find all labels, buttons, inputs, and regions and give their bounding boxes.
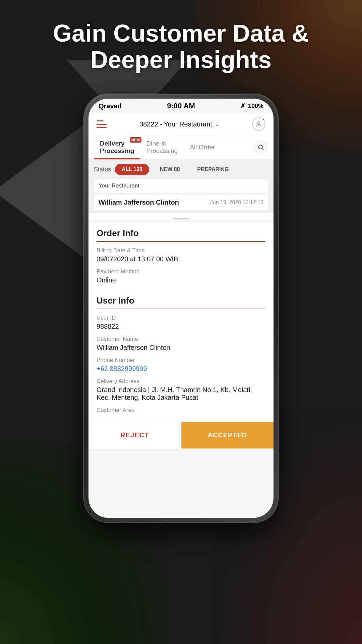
phone-number-label: Phone Number <box>97 357 265 364</box>
tab-all-order[interactable]: All Order <box>184 139 221 156</box>
hamburger-menu-button[interactable] <box>97 120 107 128</box>
order-detail-panel: Order Info Billing Date & Time 09/072020… <box>88 222 274 422</box>
tab-dine-in-processing[interactable]: Dine-inProcessing <box>140 135 184 159</box>
phone-outer-frame: Qraved 9:00 AM ✗ 100% 38222 - Your Resta… <box>84 94 278 523</box>
svg-line-2 <box>262 149 264 150</box>
headline-line2: Deeper Insights <box>90 46 272 73</box>
status-filter-label: Status <box>94 166 111 173</box>
tab-bar: NEW DeliveryProcessing Dine-inProcessing… <box>88 135 274 160</box>
customer-name-value: William Jafferson Clinton <box>97 344 265 352</box>
order-time: Jun 19, 2020 12:12:12 <box>210 200 263 206</box>
carrier-label: Qraved <box>99 102 122 110</box>
payment-method-value: Online <box>97 276 265 284</box>
billing-date-value: 09/072020 at 13:07:00 WIB <box>97 255 265 263</box>
avatar-dropdown-icon: ▾ <box>263 117 267 122</box>
drag-indicator <box>173 218 189 219</box>
billing-date-label: Billing Date & Time <box>97 247 265 254</box>
page-headline: Gain Customer Data & Deeper Insights <box>0 20 362 73</box>
status-pill-preparing[interactable]: PREPARING <box>191 164 236 175</box>
time-label: 9:00 AM <box>167 102 195 110</box>
order-list-area: Your Restaurant William Jafferson Clinto… <box>88 179 274 213</box>
accept-button[interactable]: ACCEPTED <box>181 422 274 448</box>
tab-delivery-processing[interactable]: NEW DeliveryProcessing <box>94 135 140 159</box>
battery-label: 100% <box>248 103 263 110</box>
headline-line1: Gain Customer Data & <box>53 20 309 47</box>
hamburger-line-3 <box>97 127 107 128</box>
status-pill-new[interactable]: NEW 88 <box>153 164 187 175</box>
status-filter-bar: Status ALL 128 NEW 88 PREPARING <box>88 160 274 179</box>
restaurant-name-label: 38222 - Your Restaurant <box>139 120 212 128</box>
tab-new-badge: NEW <box>130 137 142 143</box>
phone-number-value[interactable]: +62 8882999999 <box>97 365 265 373</box>
restaurant-tag: Your Restaurant <box>94 179 268 193</box>
user-id-value: 988822 <box>97 323 265 330</box>
order-card[interactable]: William Jafferson Clinton Jun 19, 2020 1… <box>94 195 268 210</box>
triangle-decoration-left <box>0 117 94 265</box>
phone-screen: Qraved 9:00 AM ✗ 100% 38222 - Your Resta… <box>88 99 274 518</box>
user-id-label: User ID <box>97 315 265 321</box>
bluetooth-icon: ✗ <box>240 102 245 110</box>
action-buttons: REJECT ACCEPTED <box>88 422 274 448</box>
status-bar: Qraved 9:00 AM ✗ 100% <box>88 99 274 113</box>
reject-button[interactable]: REJECT <box>88 422 181 448</box>
order-customer-name: William Jafferson Clinton <box>99 199 179 206</box>
delivery-address-label: Delivery Address <box>97 378 265 385</box>
user-info-section-title: User Info <box>97 289 265 309</box>
hamburger-line-2 <box>97 124 107 125</box>
status-icons: ✗ 100% <box>240 102 263 110</box>
svg-point-1 <box>258 145 262 149</box>
delivery-address-value: Grand Indonesia | Jl. M.H. Thamrin No.1,… <box>97 386 265 401</box>
user-avatar-button[interactable]: ▾ <box>252 117 265 131</box>
phone-mockup: Qraved 9:00 AM ✗ 100% 38222 - Your Resta… <box>84 94 278 523</box>
customer-area-label: Customer Area <box>97 407 265 414</box>
svg-point-0 <box>257 122 260 124</box>
payment-method-label: Payment Method <box>97 268 265 275</box>
restaurant-selector[interactable]: 38222 - Your Restaurant ⌄ <box>139 120 219 128</box>
chevron-down-icon: ⌄ <box>215 121 219 127</box>
top-nav: 38222 - Your Restaurant ⌄ ▾ <box>88 113 274 135</box>
customer-name-label: Customer Name <box>97 336 265 342</box>
hamburger-line-1 <box>97 120 104 121</box>
search-button[interactable] <box>253 140 268 155</box>
status-pill-all[interactable]: ALL 128 <box>115 164 149 175</box>
order-info-section-title: Order Info <box>97 222 265 242</box>
